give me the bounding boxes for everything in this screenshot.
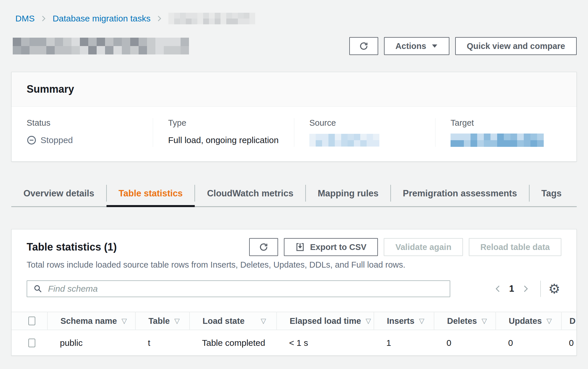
cell-ddls-clipped: 0 [561,330,577,355]
sort-icon[interactable]: ▽ [546,317,552,325]
summary-panel: Summary Status Stopped Type Full load, o… [11,72,577,162]
breadcrumb-link-dms[interactable]: DMS [15,14,35,23]
reload-table-data-button[interactable]: Reload table data [469,238,561,256]
validate-again-label: Validate again [395,242,451,252]
cell-updates: 0 [495,330,561,355]
tab-premigration-assessments[interactable]: Premigration assessments [391,182,529,206]
page-title-redacted [13,38,189,54]
search-icon [34,284,42,293]
next-page-button[interactable] [519,285,533,293]
target-value-redacted[interactable] [451,134,544,147]
status-label: Status [27,118,141,128]
sort-icon[interactable]: ▽ [261,317,266,325]
col-header-schema-name[interactable]: Schema name [60,316,117,326]
summary-title: Summary [12,72,576,107]
page-header: Actions Quick view and compare [11,37,577,55]
sort-icon[interactable]: ▽ [366,317,371,325]
preferences-gear-icon[interactable]: ⚙ [547,282,561,295]
tab-tags[interactable]: Tags [529,182,574,206]
breadcrumb-current-redacted [168,13,255,24]
type-label: Type [168,118,282,128]
cell-table: t [135,330,189,355]
reload-table-data-label: Reload table data [480,242,550,252]
table-statistics-panel: Table statistics (1) [11,229,577,356]
page: DMS Database migration tasks Actions [0,0,588,356]
summary-field-status: Status Stopped [12,118,153,147]
pagination: 1 ⚙ [491,281,562,297]
source-label: Source [309,118,424,128]
page-header-actions: Actions Quick view and compare [349,37,577,55]
sort-icon[interactable]: ▽ [482,317,487,325]
export-csv-button[interactable]: Export to CSV [284,238,378,256]
tab-mapping-rules[interactable]: Mapping rules [306,182,391,206]
chevron-right-icon [42,15,46,22]
col-header-load-state[interactable]: Load state [203,316,245,326]
table-header-row: Schema name▽ Table▽ Load state▽ Elapsed … [12,312,577,330]
caret-down-icon [431,44,438,48]
tab-overview-details[interactable]: Overview details [11,182,106,206]
col-header-updates[interactable]: Updates [509,316,542,326]
table-refresh-button[interactable] [249,238,278,256]
summary-field-source: Source [294,118,435,147]
chevron-right-icon [157,15,161,22]
export-csv-label: Export to CSV [310,242,366,252]
refresh-icon [259,242,269,252]
col-header-deletes[interactable]: Deletes [447,316,477,326]
summary-field-type: Type Full load, ongoing replication [153,118,294,147]
summary-body: Status Stopped Type Full load, ongoing r… [12,107,576,161]
select-all-checkbox[interactable] [28,317,35,325]
table-toolbar: 1 ⚙ [12,270,576,297]
col-header-table[interactable]: Table [148,316,170,326]
download-icon [295,242,305,252]
schema-search-input[interactable] [47,284,443,294]
table-statistics-table: Schema name▽ Table▽ Load state▽ Elapsed … [12,312,577,355]
schema-search-box [27,280,450,297]
summary-field-target: Target [435,118,576,147]
stopped-status-icon [27,135,36,145]
tab-table-statistics[interactable]: Table statistics [106,182,195,206]
validate-again-button[interactable]: Validate again [384,238,463,256]
row-checkbox[interactable] [28,339,35,347]
cell-schema-name: public [47,330,135,355]
refresh-button[interactable] [349,37,378,55]
actions-button[interactable]: Actions [384,37,449,55]
sort-icon[interactable]: ▽ [122,317,127,325]
cell-elapsed-load-time: < 1 s [276,330,374,355]
type-value: Full load, ongoing replication [168,134,282,147]
table-statistics-title: Table statistics (1) [27,241,117,253]
sort-icon[interactable]: ▽ [419,317,424,325]
cell-load-state: Table completed [189,330,276,355]
breadcrumb-link-tasks[interactable]: Database migration tasks [53,14,151,23]
breadcrumb: DMS Database migration tasks [11,0,577,24]
pagination-divider [540,281,541,297]
table-row: public t Table completed < 1 s 1 0 0 0 [12,330,577,355]
col-header-inserts[interactable]: Inserts [387,316,414,326]
quick-view-compare-label: Quick view and compare [467,41,565,51]
actions-button-label: Actions [396,41,426,51]
source-value-redacted[interactable] [309,134,379,147]
tab-bar: Overview details Table statistics CloudW… [11,182,577,207]
refresh-icon [359,41,369,51]
quick-view-compare-button[interactable]: Quick view and compare [455,37,577,55]
sort-icon[interactable]: ▽ [174,317,180,325]
table-statistics-actions: Export to CSV Validate again Reload tabl… [249,238,561,256]
status-value: Stopped [41,135,73,145]
page-number[interactable]: 1 [509,284,514,294]
col-header-ddls-clipped[interactable]: D [569,316,576,326]
previous-page-button[interactable] [491,285,505,293]
table-statistics-description: Total rows include loaded source table r… [12,256,576,270]
col-header-elapsed-load-time[interactable]: Elapsed load time [290,316,361,326]
cell-inserts: 1 [374,330,434,355]
cell-deletes: 0 [434,330,495,355]
target-label: Target [451,118,565,128]
tab-cloudwatch-metrics[interactable]: CloudWatch metrics [195,182,306,206]
